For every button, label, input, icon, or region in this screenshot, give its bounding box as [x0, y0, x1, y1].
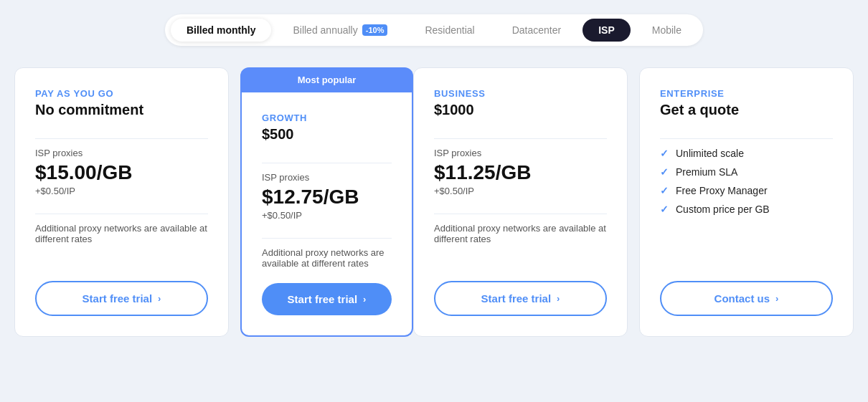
cta-payg[interactable]: Start free trial › [35, 281, 208, 316]
tab-datacenter[interactable]: Datacenter [496, 19, 577, 42]
card-pay-as-you-go: PAY AS YOU GO No commitment ISP proxies … [14, 67, 229, 337]
divider [35, 214, 208, 214]
plan-price-growth: $500 [262, 126, 392, 143]
proxy-note-business: Additional proxy networks are available … [434, 223, 607, 267]
pricing-cards: PAY AS YOU GO No commitment ISP proxies … [14, 67, 854, 337]
checkmark-icon: ✓ [660, 204, 669, 215]
card-growth: GROWTH $500 ISP proxies $12.75/GB +$0.50… [240, 92, 413, 337]
plan-name-growth: GROWTH [262, 113, 392, 123]
tab-bar: Billed monthly Billed annually -10% Resi… [165, 14, 703, 46]
card-wrapper-growth: Most popular GROWTH $500 ISP proxies $12… [240, 67, 413, 337]
cta-enterprise[interactable]: Contact us › [660, 281, 833, 316]
proxy-note-growth: Additional proxy networks are available … [262, 247, 392, 269]
cta-business[interactable]: Start free trial › [434, 281, 607, 316]
feature-premium-sla: ✓ Premium SLA [660, 166, 833, 178]
tab-residential[interactable]: Residential [409, 19, 490, 42]
tab-mobile[interactable]: Mobile [636, 19, 697, 42]
proxy-label-payg: ISP proxies [35, 148, 208, 158]
proxy-sub-business: +$0.50/IP [434, 186, 607, 196]
plan-name-business: BUSINESS [434, 88, 607, 99]
feature-custom-price: ✓ Custom price per GB [660, 204, 833, 274]
chevron-icon: › [158, 293, 161, 304]
plan-name-enterprise: ENTERPRISE [660, 88, 833, 99]
divider [660, 138, 833, 139]
plan-price-enterprise: Get a quote [660, 102, 833, 118]
proxy-label-growth: ISP proxies [262, 172, 392, 183]
plan-price-payg: No commitment [35, 102, 208, 118]
feature-proxy-manager: ✓ Free Proxy Manager [660, 185, 833, 196]
feature-label: Custom price per GB [676, 204, 770, 215]
feature-label: Premium SLA [676, 166, 737, 178]
divider [262, 163, 392, 163]
tab-billed-monthly[interactable]: Billed monthly [171, 19, 271, 42]
chevron-icon: › [775, 293, 778, 304]
popular-label: Most popular [240, 67, 413, 92]
proxy-label-business: ISP proxies [434, 148, 607, 158]
plan-name-payg: PAY AS YOU GO [35, 88, 208, 99]
card-business: BUSINESS $1000 ISP proxies $11.25/GB +$0… [413, 67, 628, 337]
divider [434, 214, 607, 214]
card-enterprise: ENTERPRISE Get a quote ✓ Unlimited scale… [639, 67, 854, 337]
tab-billed-annually[interactable]: Billed annually -10% [277, 19, 403, 42]
proxy-price-growth: $12.75/GB [262, 186, 392, 209]
feature-unlimited-scale: ✓ Unlimited scale [660, 148, 833, 159]
chevron-icon: › [557, 293, 560, 304]
tab-billed-annually-label: Billed annually [293, 24, 357, 36]
proxy-sub-growth: +$0.50/IP [262, 210, 392, 221]
discount-badge: -10% [362, 24, 388, 36]
chevron-icon: › [363, 294, 366, 305]
proxy-sub-payg: +$0.50/IP [35, 186, 208, 196]
proxy-price-business: $11.25/GB [434, 161, 607, 184]
checkmark-icon: ✓ [660, 148, 669, 159]
proxy-note-payg: Additional proxy networks are available … [35, 223, 208, 267]
checkmark-icon: ✓ [660, 166, 669, 178]
divider [434, 138, 607, 139]
feature-label: Free Proxy Manager [676, 185, 768, 196]
feature-label: Unlimited scale [676, 148, 744, 159]
divider [35, 138, 208, 139]
plan-price-business: $1000 [434, 102, 607, 118]
checkmark-icon: ✓ [660, 185, 669, 196]
proxy-price-payg: $15.00/GB [35, 161, 208, 184]
divider [262, 238, 392, 239]
cta-growth[interactable]: Start free trial › [262, 283, 392, 315]
tab-isp[interactable]: ISP [582, 19, 631, 42]
